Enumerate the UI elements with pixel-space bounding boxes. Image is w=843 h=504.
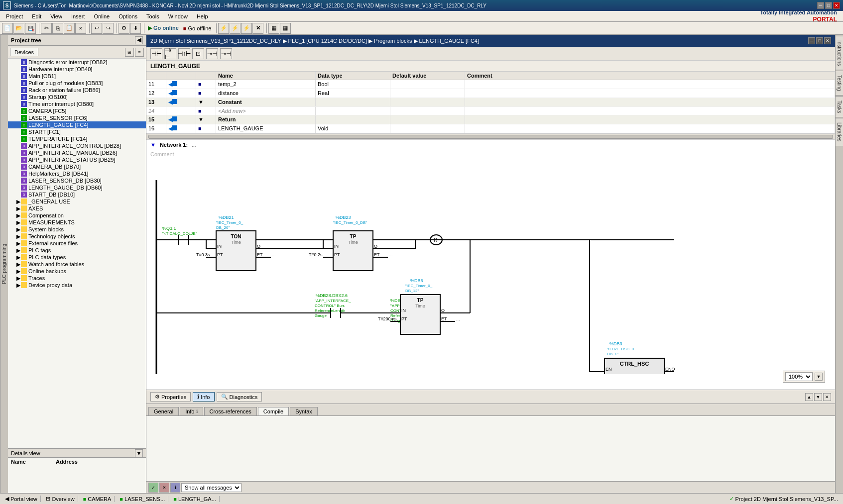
- tree-item-22[interactable]: ▶ Compensation: [8, 212, 146, 219]
- misc-btn-3[interactable]: ⚡: [241, 23, 252, 34]
- ld-contact-pos-edge[interactable]: ⊣↑⊢: [178, 48, 190, 59]
- compile-button[interactable]: ⚙: [119, 23, 129, 34]
- menu-window[interactable]: Window: [164, 12, 192, 20]
- menu-view[interactable]: View: [46, 12, 66, 20]
- pt-view-btn[interactable]: ⊞: [125, 48, 134, 57]
- diagnostics-button[interactable]: 🔍 Diagnostics: [217, 392, 262, 402]
- tree-item-32[interactable]: ▶ Device proxy data: [8, 282, 146, 289]
- editor-restore-btn[interactable]: □: [816, 37, 823, 44]
- ld-coil[interactable]: ⊸⊣: [206, 48, 218, 59]
- tree-item-4[interactable]: B Rack or station failure [OB86]: [8, 87, 146, 94]
- menu-edit[interactable]: Edit: [28, 12, 45, 20]
- bt-btn-3[interactable]: ℹ: [170, 483, 180, 493]
- tree-item-23[interactable]: ▶ MEASUREMENTS: [8, 219, 146, 226]
- tree-item-1[interactable]: B Hardware interrupt [OB40]: [8, 66, 146, 73]
- length-status-btn[interactable]: ■ LENGTH_GA...: [170, 496, 219, 502]
- redo-button[interactable]: ↪: [103, 23, 114, 34]
- tree-item-8[interactable]: C LASER_SENSOR [FC6]: [8, 114, 146, 121]
- paste-button[interactable]: 📋: [64, 23, 75, 34]
- tree-item-5[interactable]: B Startup [OB100]: [8, 94, 146, 101]
- stop-button[interactable]: ✕: [252, 23, 263, 34]
- tab-cross-references[interactable]: Cross-references: [204, 407, 257, 415]
- tree-item-27[interactable]: ▶ PLC tags: [8, 247, 146, 254]
- zoom-select[interactable]: 100% 75% 50% 150%: [785, 372, 813, 381]
- camera-status-btn[interactable]: ■ CAMERA: [80, 496, 115, 502]
- tree-item-16[interactable]: D HelpMarkers_DB [DB41]: [8, 170, 146, 177]
- devices-tab[interactable]: Devices: [10, 48, 38, 56]
- panel-btn-2[interactable]: ▦: [280, 23, 291, 34]
- prop-close-btn[interactable]: ✕: [823, 393, 831, 401]
- tab-compile[interactable]: Compile: [258, 407, 289, 415]
- tree-item-11[interactable]: C TEMPERATURE [FC14]: [8, 135, 146, 142]
- cut-button[interactable]: ✂: [41, 23, 52, 34]
- zoom-down-btn[interactable]: ▼: [815, 373, 823, 381]
- copy-button[interactable]: ⎘: [52, 23, 63, 34]
- overview-btn[interactable]: ⊞ Overview: [43, 496, 78, 502]
- open-button[interactable]: 📂: [13, 23, 24, 34]
- laser-status-btn[interactable]: ■ LASER_SENS...: [117, 496, 168, 502]
- save-button[interactable]: 💾 ✕: [25, 23, 36, 34]
- ld-box[interactable]: ⊡: [192, 48, 204, 59]
- editor-close-btn[interactable]: ✕: [824, 37, 831, 44]
- tab-info-btn[interactable]: Info ℹ: [180, 407, 203, 415]
- tree-item-12[interactable]: D APP_INTERFACE_CONTROL [DB28]: [8, 142, 146, 149]
- tree-item-28[interactable]: ▶ PLC data types: [8, 254, 146, 261]
- tree-item-31[interactable]: ▶ Traces: [8, 275, 146, 282]
- tree-item-2[interactable]: B Main [OB1]: [8, 73, 146, 80]
- menu-project[interactable]: Project: [2, 12, 27, 20]
- undo-button[interactable]: ↩: [91, 23, 102, 34]
- misc-btn-2[interactable]: ⚡: [230, 23, 241, 34]
- menu-help[interactable]: Help: [193, 12, 212, 20]
- tree-item-18[interactable]: D LENGTH_GAUGE_DB [DB60]: [8, 184, 146, 191]
- tree-item-29[interactable]: ▶ Watch and force tables: [8, 261, 146, 268]
- close-button[interactable]: ✕: [833, 2, 840, 9]
- minimize-button[interactable]: ─: [817, 2, 824, 9]
- tree-item-20[interactable]: ▶ _GENERAL USE: [8, 198, 146, 205]
- ld-coil2[interactable]: ⊸⊣: [220, 48, 232, 59]
- tree-item-13[interactable]: D APP_INTERFACE_MANUAL [DB26]: [8, 149, 146, 156]
- project-status[interactable]: ✓ Project 2D Mjerni Stol Siemens_V13_SP.…: [726, 496, 841, 502]
- tree-item-24[interactable]: ▶ System blocks: [8, 226, 146, 233]
- bt-btn-1[interactable]: ✓: [148, 483, 158, 493]
- menu-options[interactable]: Options: [115, 12, 141, 20]
- tree-item-14[interactable]: D APP_INTERFACE_STATUS [DB29]: [8, 156, 146, 163]
- tree-item-10[interactable]: C START [FC1]: [8, 128, 146, 135]
- tree-item-26[interactable]: ▶ External source files: [8, 240, 146, 247]
- plc-programming-tab[interactable]: PLC programming: [0, 35, 8, 493]
- tree-item-3[interactable]: B Pull or plug of modules [OB83]: [8, 80, 146, 87]
- misc-btn-1[interactable]: ⚡: [218, 23, 229, 34]
- tree-item-19[interactable]: D START_DB [DB10]: [8, 191, 146, 198]
- tree-item-21[interactable]: ▶ AXES: [8, 205, 146, 212]
- tree-item-17[interactable]: D LASER_SENSOR_DB [DB30]: [8, 177, 146, 184]
- go-offline-button[interactable]: ■ Go offline: [181, 25, 214, 31]
- interface-scrollbar[interactable]: [148, 135, 833, 139]
- download-button[interactable]: ⬇: [130, 23, 141, 34]
- prop-up-btn[interactable]: ▲: [805, 393, 813, 401]
- panel-btn-1[interactable]: ▦: [268, 23, 279, 34]
- tab-libraries[interactable]: Libraries: [835, 118, 843, 146]
- prop-down-btn[interactable]: ▼: [814, 393, 822, 401]
- editor-minimize-btn[interactable]: ─: [808, 37, 815, 44]
- show-messages-select[interactable]: Show all messages: [181, 483, 241, 492]
- network-comment[interactable]: Comment: [146, 150, 835, 160]
- tree-item-9[interactable]: C LENGTH_GAUGE [FC4]: [8, 121, 146, 128]
- portal-view-btn[interactable]: ◀ Portal view: [2, 496, 41, 502]
- new-button[interactable]: 📄: [2, 23, 13, 34]
- tree-item-6[interactable]: B Time error interrupt [OB80]: [8, 101, 146, 107]
- menu-online[interactable]: Online: [90, 12, 114, 20]
- network-expand[interactable]: ▼: [150, 142, 156, 148]
- tree-item-7[interactable]: C CAMERA [FC5]: [8, 107, 146, 114]
- tab-testing[interactable]: Testing: [835, 71, 843, 96]
- tree-item-0[interactable]: B Diagnostic error interrupt [OB82]: [8, 59, 146, 66]
- table-row-add[interactable]: 14 ■ <Add new>: [146, 107, 835, 115]
- maximize-button[interactable]: □: [825, 2, 832, 9]
- info-button[interactable]: ℹ Info: [193, 392, 214, 402]
- pt-toggle-btn[interactable]: ◀: [135, 36, 143, 44]
- properties-button[interactable]: ⚙ Properties: [150, 392, 191, 402]
- tab-instructions[interactable]: Instructions: [835, 36, 843, 70]
- tree-item-30[interactable]: ▶ Online backups: [8, 268, 146, 275]
- ld-contact-normally-open[interactable]: ⊣⊢: [150, 48, 162, 59]
- tab-tasks[interactable]: Tasks: [835, 96, 843, 118]
- menu-insert[interactable]: Insert: [67, 12, 89, 20]
- delete-button[interactable]: ✕: [75, 23, 86, 34]
